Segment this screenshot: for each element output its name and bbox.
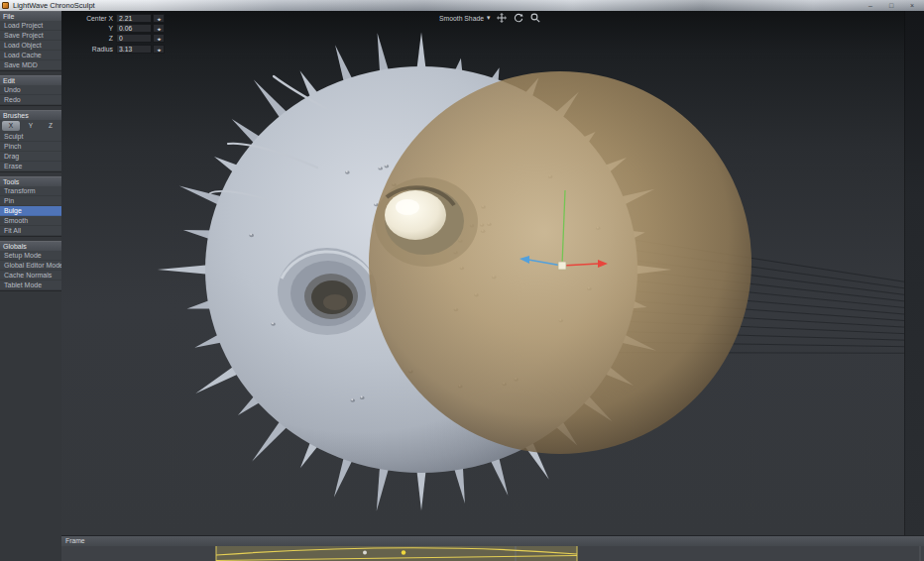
section-file: File Load Project Save Project Load Obje…	[0, 11, 61, 71]
app-icon	[2, 2, 9, 9]
sidebar-item-global-editor-mode[interactable]: Global Editor Mode	[0, 261, 61, 271]
center-y-label: Y	[83, 25, 113, 32]
fish-eye	[375, 177, 478, 267]
axis-button-y[interactable]: Y	[22, 121, 40, 131]
chevron-down-icon: ▾	[487, 14, 490, 22]
maximize-button[interactable]: □	[885, 1, 897, 10]
viewport-right-margin	[904, 11, 924, 535]
section-header-brushes: Brushes	[0, 110, 61, 120]
sidebar-item-setup-mode[interactable]: Setup Mode	[0, 251, 61, 261]
frame-panel-header: Frame	[61, 535, 924, 546]
sidebar-item-save-project[interactable]: Save Project	[0, 31, 61, 41]
center-y-spinner[interactable]: ◂▸	[153, 24, 165, 33]
sidebar-item-redo[interactable]: Redo	[0, 95, 61, 105]
section-header-tools: Tools	[0, 176, 61, 186]
timeline-curve-canvas[interactable]	[61, 546, 924, 561]
shade-mode-label: Smooth Shade	[439, 15, 484, 22]
section-tools: Tools Transform Pin Bulge Smooth Fit All	[0, 176, 61, 237]
center-y-input[interactable]	[116, 24, 152, 33]
section-header-edit: Edit	[0, 75, 61, 85]
app-window: LightWave ChronoSculpt – □ × File Load P…	[0, 0, 924, 561]
center-z-spinner[interactable]: ◂▸	[153, 34, 165, 43]
timeline-track[interactable]	[61, 546, 924, 561]
sidebar-item-load-object[interactable]: Load Object	[0, 41, 61, 51]
center-x-spinner[interactable]: ◂▸	[153, 14, 165, 23]
sidebar-item-smooth[interactable]: Smooth	[0, 216, 61, 226]
axis-button-row: X Y Z	[0, 120, 61, 132]
keyframe-dot-inactive[interactable]	[363, 551, 367, 555]
sidebar-item-tablet-mode[interactable]: Tablet Mode	[0, 280, 61, 290]
sidebar-item-undo[interactable]: Undo	[0, 85, 61, 95]
sidebar-item-cache-normals[interactable]: Cache Normals	[0, 271, 61, 280]
sidebar-item-load-project[interactable]: Load Project	[0, 21, 61, 31]
frame-label: Frame	[65, 537, 85, 544]
sidebar-item-pin[interactable]: Pin	[0, 196, 61, 206]
sidebar-item-load-cache[interactable]: Load Cache	[0, 51, 61, 60]
magnifier-icon[interactable]	[530, 13, 540, 23]
radius-spinner[interactable]: ◂▸	[153, 45, 165, 54]
center-x-input[interactable]	[116, 14, 152, 23]
center-z-label: Z	[83, 35, 113, 42]
move-cross-icon[interactable]	[497, 13, 507, 23]
scene-canvas[interactable]	[61, 11, 924, 535]
sidebar-item-erase[interactable]: Erase	[0, 162, 61, 171]
minimize-button[interactable]: –	[865, 1, 876, 10]
sidebar: File Load Project Save Project Load Obje…	[0, 11, 61, 561]
sidebar-item-transform[interactable]: Transform	[0, 186, 61, 196]
viewport-toolbar: Smooth Shade ▾	[439, 13, 540, 23]
axis-button-x[interactable]: X	[2, 121, 20, 131]
radius-input[interactable]	[116, 45, 152, 54]
window-title: LightWave ChronoSculpt	[13, 1, 95, 10]
title-bar: LightWave ChronoSculpt – □ ×	[0, 0, 924, 11]
center-z-input[interactable]	[116, 34, 152, 43]
sidebar-item-fit-all[interactable]: Fit All	[0, 226, 61, 236]
center-x-label: Center X	[83, 15, 113, 22]
axis-button-z[interactable]: Z	[42, 121, 59, 131]
sidebar-item-sculpt[interactable]: Sculpt	[0, 132, 61, 142]
brush-coordinate-panel: Center X ◂▸ Y ◂▸ Z ◂▸ Radius ◂▸	[83, 14, 165, 55]
sidebar-item-pinch[interactable]: Pinch	[0, 142, 61, 152]
viewport-3d[interactable]: Center X ◂▸ Y ◂▸ Z ◂▸ Radius ◂▸	[61, 11, 924, 535]
section-header-file: File	[0, 11, 61, 21]
sidebar-item-bulge[interactable]: Bulge	[0, 206, 61, 216]
sidebar-item-drag[interactable]: Drag	[0, 152, 61, 162]
gizmo-center-handle[interactable]	[558, 262, 566, 270]
orbit-rotate-icon[interactable]	[514, 13, 523, 23]
shade-mode-dropdown[interactable]: Smooth Shade ▾	[439, 14, 490, 22]
section-globals: Globals Setup Mode Global Editor Mode Ca…	[0, 241, 61, 291]
section-edit: Edit Undo Redo	[0, 75, 61, 106]
radius-label: Radius	[83, 46, 113, 53]
fish-mouth	[278, 248, 377, 335]
close-button[interactable]: ×	[906, 1, 918, 10]
sidebar-item-save-mdd[interactable]: Save MDD	[0, 60, 61, 70]
keyframe-dot-active[interactable]	[402, 550, 405, 554]
section-header-globals: Globals	[0, 241, 61, 251]
section-brushes: Brushes X Y Z Sculpt Pinch Drag Erase	[0, 110, 61, 172]
